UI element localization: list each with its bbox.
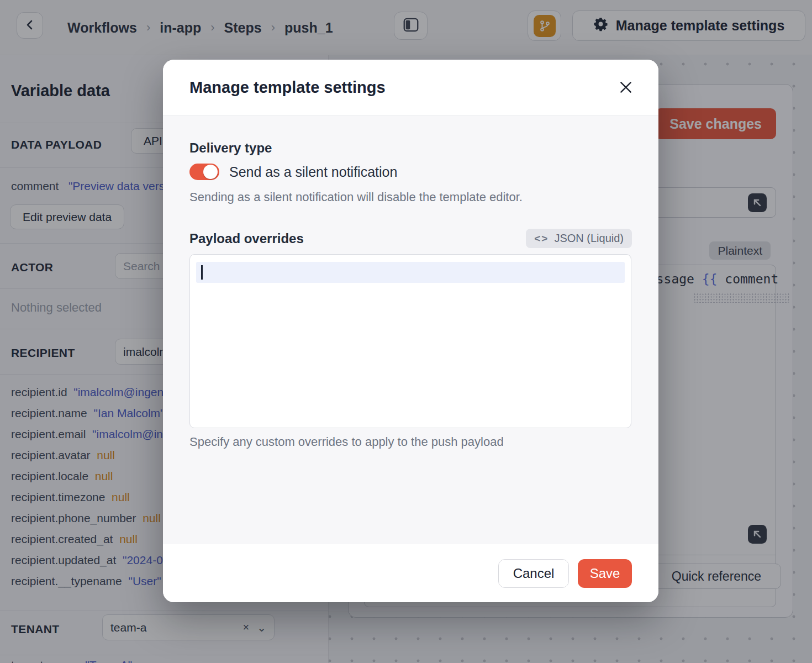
modal-header: Manage template settings	[163, 60, 658, 116]
modal-title: Manage template settings	[189, 78, 386, 97]
payload-overrides-editor[interactable]	[189, 254, 631, 428]
text-cursor	[201, 265, 203, 280]
silent-notification-label: Send as a silent notification	[229, 164, 397, 180]
payload-overrides-heading: Payload overrides	[189, 231, 304, 246]
save-button[interactable]: Save	[578, 559, 632, 588]
code-icon: <>	[534, 233, 549, 245]
payload-helper-text: Specify any custom overrides to apply to…	[189, 435, 504, 449]
json-badge-label: JSON (Liquid)	[554, 232, 624, 245]
silent-notification-toggle[interactable]	[189, 164, 219, 180]
silent-notification-row: Send as a silent notification	[189, 164, 397, 180]
editor-active-line	[196, 262, 625, 283]
page: Workflows › in-app › Steps › push_1	[0, 0, 812, 663]
close-button[interactable]	[616, 78, 635, 97]
json-liquid-badge: <> JSON (Liquid)	[526, 229, 632, 248]
delivery-description: Sending as a silent notification will di…	[189, 190, 523, 204]
cancel-button[interactable]: Cancel	[498, 559, 569, 588]
modal-footer: Cancel Save	[163, 544, 658, 602]
delivery-type-heading: Delivery type	[189, 140, 272, 156]
manage-template-settings-modal: Manage template settings Delivery type S…	[163, 60, 658, 602]
modal-body: Delivery type Send as a silent notificat…	[163, 116, 658, 544]
toggle-knob	[203, 165, 218, 179]
close-icon	[619, 80, 633, 96]
